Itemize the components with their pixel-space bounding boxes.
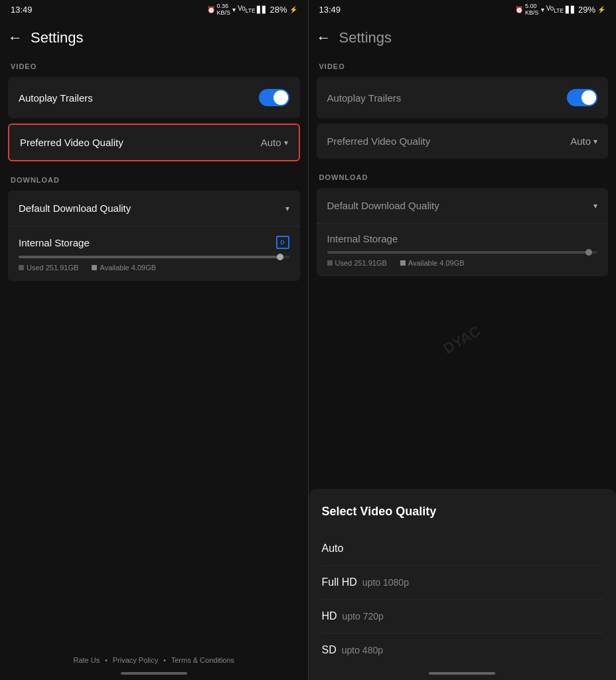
preferred-quality-row-left[interactable]: Preferred Video Quality Auto ▾	[9, 125, 299, 160]
download-dropdown-arrow-left: ▾	[285, 204, 289, 213]
footer-left: Rate Us • Privacy Policy • Terms & Condi…	[0, 656, 308, 664]
sd-main: SD	[322, 644, 337, 656]
signal-bars-icon-right: ▋▋	[566, 6, 576, 13]
quality-auto-label: Auto	[322, 543, 344, 554]
available-storage-right: Available 4.09GB	[400, 259, 465, 267]
download-quality-row-left[interactable]: Default Download Quality ▾	[8, 191, 300, 226]
toggle-knob-left	[273, 90, 288, 105]
autoplay-toggle-left[interactable]	[259, 89, 289, 106]
rate-us-link[interactable]: Rate Us	[73, 656, 100, 664]
internal-storage-label-left: Internal Storage	[19, 237, 90, 248]
quality-option-sd[interactable]: SD upto 480p	[322, 634, 603, 667]
status-bar-right: 13:49 ⏰ 5.00KB/S ▾ VoLTE ▋▋ 29% ⚡	[309, 0, 617, 19]
hd-row: HD upto 720p	[322, 610, 603, 622]
data-speed-icon: 0.36KB/S	[217, 3, 231, 16]
page-title-right: Settings	[339, 29, 392, 46]
avail-dot-left	[92, 265, 97, 270]
battery-icon: ⚡	[289, 6, 297, 13]
status-time-left: 13:49	[11, 5, 33, 15]
dropdown-arrow-left: ▾	[284, 138, 288, 147]
back-button-right[interactable]: ←	[317, 29, 331, 46]
autoplay-label-left: Autoplay Trailers	[19, 92, 93, 104]
preferred-quality-card-left[interactable]: Preferred Video Quality Auto ▾	[8, 124, 300, 161]
avail-label-left: Available 4.09GB	[100, 264, 156, 272]
quality-value-right: Auto	[570, 135, 591, 147]
status-bar-left: 13:49 ⏰ 0.36KB/S ▾ VoLTE ▋▋ 28% ⚡	[0, 0, 308, 19]
footer-dot-1: •	[105, 657, 108, 664]
preferred-quality-label-left: Preferred Video Quality	[20, 137, 123, 148]
storage-title-right: Internal Storage	[327, 233, 598, 244]
toggle-knob-right	[581, 90, 596, 105]
quality-option-fullhd[interactable]: Full HD upto 1080p	[322, 566, 603, 600]
progress-fill-left	[19, 256, 283, 258]
storage-title-left: Internal Storage D	[19, 236, 289, 249]
fullhd-main: Full HD	[322, 576, 357, 588]
signal-icon: VoLTE	[238, 5, 255, 14]
preferred-quality-label-right: Preferred Video Quality	[327, 135, 431, 147]
preferred-quality-card-right[interactable]: Preferred Video Quality Auto ▾	[317, 124, 609, 159]
watermark: DYAC	[441, 323, 484, 358]
left-panel: 13:49 ⏰ 0.36KB/S ▾ VoLTE ▋▋ 28% ⚡ ← Sett…	[0, 0, 308, 680]
download-quality-label-right: Default Download Quality	[327, 200, 439, 211]
progress-dot-right	[585, 249, 592, 256]
wifi-icon: ▾	[232, 6, 236, 13]
quality-dropdown-right[interactable]: Auto ▾	[570, 135, 597, 147]
sd-row: SD upto 480p	[322, 644, 603, 656]
data-speed-icon-right: 5.00KB/S	[525, 3, 539, 16]
quality-dropdown-left[interactable]: Auto ▾	[261, 137, 288, 148]
used-storage-right: Used 251.91GB	[327, 259, 387, 267]
back-button-left[interactable]: ←	[8, 29, 23, 46]
dropdown-arrow-right: ▾	[593, 137, 597, 146]
page-title-left: Settings	[31, 29, 84, 46]
privacy-policy-link[interactable]: Privacy Policy	[113, 656, 158, 664]
signal-bars-icon: ▋▋	[257, 6, 268, 13]
download-card-right: Default Download Quality ▾ Internal Stor…	[317, 188, 609, 276]
download-quality-row-right[interactable]: Default Download Quality ▾	[317, 188, 609, 224]
storage-icon-left: D	[276, 236, 289, 249]
wifi-icon-right: ▾	[541, 6, 544, 13]
download-section-label-left: DOWNLOAD	[0, 171, 308, 188]
storage-row-left: Internal Storage D Used 251.91GB Availab…	[8, 226, 300, 281]
footer-dot-2: •	[163, 657, 166, 664]
download-dropdown-arrow-right: ▾	[593, 201, 597, 211]
storage-progress-left	[19, 256, 289, 258]
status-icons-right: ⏰ 5.00KB/S ▾ VoLTE ▋▋ 29% ⚡	[515, 3, 605, 16]
used-dot-right	[327, 260, 333, 266]
autoplay-card-right: Autoplay Trailers	[317, 77, 609, 118]
battery-icon-right: ⚡	[597, 6, 605, 13]
fullhd-sub: upto 1080p	[362, 577, 409, 588]
status-time-right: 13:49	[319, 5, 341, 15]
sheet-title: Select Video Quality	[322, 505, 603, 519]
autoplay-row-right[interactable]: Autoplay Trailers	[317, 77, 609, 118]
download-card-left: Default Download Quality ▾ Internal Stor…	[8, 191, 300, 281]
autoplay-label-right: Autoplay Trailers	[327, 92, 402, 104]
hd-main: HD	[322, 610, 337, 622]
used-label-left: Used 251.91GB	[27, 264, 78, 272]
preferred-quality-row-right[interactable]: Preferred Video Quality Auto ▾	[317, 124, 609, 159]
autoplay-card-left: Autoplay Trailers	[8, 77, 300, 118]
storage-info-left: Used 251.91GB Available 4.09GB	[19, 264, 289, 272]
download-quality-label-left: Default Download Quality	[19, 203, 131, 214]
progress-fill-right	[327, 251, 592, 254]
alarm-icon-right: ⏰	[515, 6, 523, 13]
video-section-label-left: VIDEO	[0, 57, 308, 74]
progress-dot-left	[277, 254, 283, 260]
right-panel: 13:49 ⏰ 5.00KB/S ▾ VoLTE ▋▋ 29% ⚡ ← Sett…	[309, 0, 617, 680]
alarm-icon: ⏰	[207, 6, 215, 13]
autoplay-toggle-right[interactable]	[567, 89, 597, 106]
quality-option-hd[interactable]: HD upto 720p	[322, 600, 603, 634]
used-label-right: Used 251.91GB	[335, 259, 387, 267]
status-icons-left: ⏰ 0.36KB/S ▾ VoLTE ▋▋ 28% ⚡	[207, 3, 297, 16]
video-section-label-right: VIDEO	[309, 57, 617, 74]
available-storage-left: Available 4.09GB	[92, 264, 156, 272]
sd-sub: upto 480p	[342, 645, 383, 655]
terms-link[interactable]: Terms & Conditions	[171, 656, 234, 664]
fullhd-row: Full HD upto 1080p	[322, 576, 603, 588]
internal-storage-label-right: Internal Storage	[327, 233, 398, 244]
autoplay-row-left[interactable]: Autoplay Trailers	[8, 77, 300, 118]
bottom-sheet: Select Video Quality Auto Full HD upto 1…	[309, 489, 617, 680]
header-right: ← Settings	[309, 19, 617, 57]
used-storage-left: Used 251.91GB	[19, 264, 78, 272]
storage-progress-right	[327, 251, 598, 254]
quality-option-auto[interactable]: Auto	[322, 532, 603, 566]
